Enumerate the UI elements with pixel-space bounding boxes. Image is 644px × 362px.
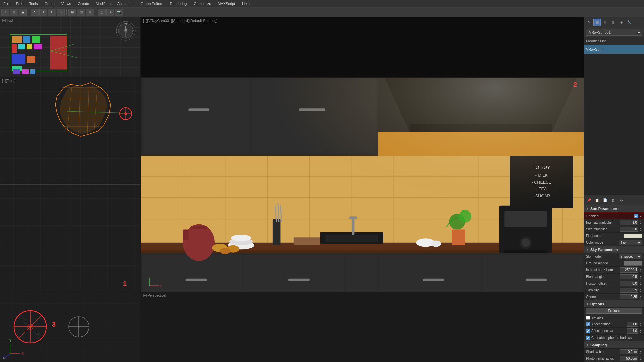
ground-albedo-swatch[interactable] xyxy=(624,261,642,266)
render-main-viewport[interactable]: TO BUY - MILK - CHEESE - TEA - SUGAR 2 xyxy=(141,78,584,292)
svg-text:N: N xyxy=(125,22,127,25)
badge-1: 1 xyxy=(123,280,127,288)
horizon-offset-input[interactable] xyxy=(620,281,638,286)
menu-edit[interactable]: Edit xyxy=(15,1,24,6)
color-mode-row: Color mode filter direct override xyxy=(584,239,644,246)
affect-diffuse-spinner[interactable]: ▲▼ xyxy=(640,322,642,327)
modifier-item-vraysun[interactable]: VRaySun xyxy=(584,45,644,54)
toolbar-rotate-btn[interactable]: ↻ xyxy=(48,9,56,16)
horizon-offset-spinner[interactable]: ▲▼ xyxy=(640,281,642,286)
blend-angle-spinner[interactable]: ▲▼ xyxy=(640,275,642,279)
indirect-horiz-input[interactable] xyxy=(620,267,638,273)
size-spinner[interactable]: ▲▼ xyxy=(640,227,642,232)
indirect-horiz-spinner[interactable]: ▲▼ xyxy=(640,268,642,273)
prop-copy-icon[interactable]: 📋 xyxy=(593,196,601,204)
blend-angle-input[interactable] xyxy=(620,274,638,279)
toolbar-mirror-btn[interactable]: ⊡ xyxy=(77,9,85,16)
svg-text:X: X xyxy=(160,284,162,287)
toolbar-box-btn[interactable]: ▣ xyxy=(19,9,27,16)
svg-rect-31 xyxy=(30,69,35,74)
viewport-top[interactable]: [+][Top] xyxy=(0,17,140,78)
shadow-bias-input[interactable] xyxy=(620,349,638,354)
turbidity-spinner[interactable]: ▲▼ xyxy=(640,288,642,293)
prop-btn-motion[interactable]: ◎ xyxy=(609,19,617,26)
invisible-checkbox[interactable] xyxy=(586,316,590,320)
affect-diffuse-label: Affect diffuse xyxy=(591,322,625,326)
affect-specular-checkbox[interactable] xyxy=(586,329,590,333)
menu-rendering[interactable]: Rendering xyxy=(169,1,189,6)
toolbar-snap-btn[interactable]: ⊠ xyxy=(68,9,76,16)
horizon-offset-row: Horizon offset ▲▼ xyxy=(584,280,644,287)
prop-pin-icon[interactable]: 📌 xyxy=(585,196,593,204)
render-bottom-viewport[interactable]: [+][Perspective] xyxy=(141,292,584,362)
photon-emit-spinner[interactable]: ▲▼ xyxy=(640,356,642,361)
prop-config-icon[interactable]: ⚙ xyxy=(618,196,625,204)
toolbar-select-btn[interactable]: ↖ xyxy=(31,9,39,16)
enabled-checkbox[interactable] xyxy=(634,214,638,218)
sky-params-header[interactable]: ▼ Sky Parameters xyxy=(584,246,644,253)
photon-emit-input[interactable] xyxy=(620,356,638,361)
prop-btn-utilities[interactable]: 🔧 xyxy=(626,19,633,26)
menu-graph-editors[interactable]: Graph Editors xyxy=(139,1,165,6)
toolbar-render-btn[interactable]: ☀ xyxy=(106,9,114,16)
menu-tools[interactable]: Tools xyxy=(28,1,39,6)
menu-modifiers[interactable]: Modifiers xyxy=(94,1,112,6)
color-mode-select[interactable]: filter direct override xyxy=(619,240,642,245)
options-header[interactable]: ▼ Options xyxy=(584,300,644,308)
menu-group[interactable]: Group xyxy=(43,1,56,6)
prop-btn-display[interactable]: ◈ xyxy=(618,19,625,26)
svg-rect-18 xyxy=(32,36,40,43)
intensity-multiplier-input[interactable] xyxy=(620,220,638,225)
menu-animation[interactable]: Animation xyxy=(116,1,135,6)
svg-rect-24 xyxy=(27,56,35,63)
toolbar-grid-btn[interactable]: ⊞ xyxy=(10,9,18,16)
affect-specular-input[interactable] xyxy=(627,328,638,334)
cast-shadows-checkbox[interactable] xyxy=(586,336,590,340)
affect-diffuse-input[interactable] xyxy=(627,322,638,327)
filter-color-swatch[interactable] xyxy=(624,234,642,238)
menu-file[interactable]: File xyxy=(2,1,11,6)
svg-rect-29 xyxy=(13,69,20,74)
ozone-spinner[interactable]: ▲▼ xyxy=(640,295,642,299)
affect-diffuse-checkbox[interactable] xyxy=(586,322,590,326)
menu-customize[interactable]: Customize xyxy=(192,1,212,6)
enabled-row[interactable]: Enabled ▶ xyxy=(584,213,644,219)
toolbar-align-btn[interactable]: ⊟ xyxy=(86,9,94,16)
badge-3: 3 xyxy=(52,321,56,328)
render-top-viewport[interactable]: [+][VRayCam001][Standard][Default Shadin… xyxy=(141,17,584,78)
prop-btn-modify[interactable]: ▦ xyxy=(593,19,601,26)
menu-views[interactable]: Views xyxy=(60,1,72,6)
ozone-input[interactable] xyxy=(620,294,638,299)
shadow-bias-spinner[interactable]: ▲▼ xyxy=(640,350,642,354)
affect-specular-spinner[interactable]: ▲▼ xyxy=(640,329,642,334)
prop-btn-hierarchy[interactable]: ⊞ xyxy=(601,19,609,26)
menu-maxscript[interactable]: MAXScript xyxy=(216,1,236,6)
menu-create[interactable]: Create xyxy=(76,1,90,6)
toolbar-move-btn[interactable]: ✛ xyxy=(39,9,47,16)
sky-model-select[interactable]: Improved Preetham CIE xyxy=(619,254,642,259)
sky-params-label: Sky Parameters xyxy=(590,248,618,252)
turbidity-input[interactable] xyxy=(620,288,638,293)
sampling-header[interactable]: ▼ Sampling xyxy=(584,341,644,349)
size-multiplier-input[interactable] xyxy=(620,227,638,232)
size-multiplier-row: Size multiplier ▲▼ xyxy=(584,226,644,233)
toolbar-add-btn[interactable]: + xyxy=(1,9,9,16)
prop-paste-icon[interactable]: 📄 xyxy=(601,196,609,204)
viewport-bottom[interactable]: X Y Z 3 xyxy=(0,292,140,362)
sky-model-row: Sky model Improved Preetham CIE xyxy=(584,253,644,260)
prop-delete-icon[interactable]: 🗑 xyxy=(609,196,617,204)
shadow-bias-label: Shadow bias xyxy=(586,350,619,354)
toolbar-layer-btn[interactable]: ◫ xyxy=(98,9,106,16)
intensity-spinner[interactable]: ▲▼ xyxy=(640,220,642,225)
toolbar-scale-btn[interactable]: ⤡ xyxy=(57,9,65,16)
sky-params-arrow: ▼ xyxy=(586,248,589,251)
sun-params-header[interactable]: ▼ Sun Parameters xyxy=(584,205,644,213)
menu-help[interactable]: Help xyxy=(240,1,251,6)
affect-specular-label: Affect specular xyxy=(591,329,625,333)
prop-object-dropdown[interactable]: VRaySun001 xyxy=(586,29,642,36)
enabled-expand-btn[interactable]: ▶ xyxy=(640,215,642,218)
toolbar-camera-btn[interactable]: 📷 xyxy=(115,9,123,16)
exclude-button[interactable]: Exclude xyxy=(586,308,642,314)
viewport-mid[interactable]: [+][Front] xyxy=(0,78,140,292)
prop-btn-pin[interactable]: ↖ xyxy=(585,19,593,26)
